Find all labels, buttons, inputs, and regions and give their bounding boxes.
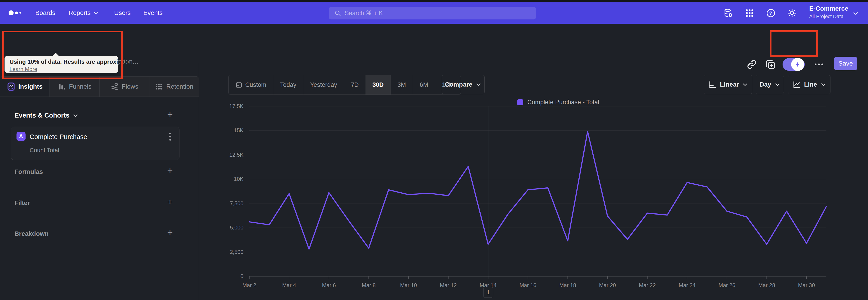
app-window: BoardsReportsUsersEvents Search ⌘ + K ? … <box>0 0 868 300</box>
events-cohorts-header[interactable]: Events & Cohorts <box>14 112 79 119</box>
chevron-down-icon <box>852 10 859 16</box>
svg-text:7,500: 7,500 <box>230 200 243 206</box>
svg-text:Mar 8: Mar 8 <box>362 282 376 288</box>
report-header: Untitled Sampled + Add description... Sa… <box>0 24 868 63</box>
tooltip-text: Using 10% of data. Results are approxima… <box>9 58 133 65</box>
event-card[interactable]: A Complete Purchase Count Total <box>11 127 180 160</box>
svg-text:Mar 18: Mar 18 <box>559 282 576 288</box>
svg-text:Mar 12: Mar 12 <box>440 282 457 288</box>
nav-item-boards[interactable]: Boards <box>35 2 55 24</box>
tab-funnels[interactable]: Funnels <box>50 77 99 96</box>
range-custom[interactable]: Custom <box>228 75 273 94</box>
compare-button[interactable]: Compare <box>442 75 485 94</box>
top-nav: BoardsReportsUsersEvents Search ⌘ + K ? … <box>0 2 868 24</box>
svg-text:Mar 10: Mar 10 <box>400 282 417 288</box>
line-dropdown[interactable]: Line <box>788 75 831 94</box>
svg-text:Mar 2: Mar 2 <box>242 282 256 288</box>
mixpanel-logo-icon[interactable] <box>8 2 21 24</box>
search-input[interactable]: Search ⌘ + K <box>329 7 536 20</box>
add-formulas-button[interactable]: + <box>165 166 175 176</box>
range-3m[interactable]: 3M <box>391 75 413 94</box>
event-name: Complete Purchase <box>30 133 87 141</box>
svg-text:Mar 6: Mar 6 <box>322 282 336 288</box>
project-name: E-Commerce <box>809 5 848 12</box>
svg-text:15K: 15K <box>234 127 243 133</box>
add-event-button[interactable]: + <box>165 110 175 119</box>
svg-text:Mar 20: Mar 20 <box>599 282 616 288</box>
section-label: Formulas <box>14 168 43 175</box>
chevron-down-icon <box>72 113 79 118</box>
svg-text:12.5K: 12.5K <box>229 152 243 158</box>
day-dropdown[interactable]: Day <box>756 75 784 94</box>
linear-dropdown[interactable]: Linear <box>704 75 752 94</box>
project-switcher[interactable]: E-Commerce All Project Data <box>809 5 848 20</box>
svg-text:Mar 28: Mar 28 <box>758 282 775 288</box>
svg-text:Mar 4: Mar 4 <box>282 282 296 288</box>
sampling-tooltip: Using 10% of data. Results are approxima… <box>4 56 118 73</box>
report-tabs: InsightsFunnelsFlowsRetention <box>0 77 199 97</box>
svg-text:Mar 26: Mar 26 <box>718 282 735 288</box>
range-30d[interactable]: 30D <box>366 75 391 94</box>
svg-text:10K: 10K <box>234 176 243 182</box>
nav-item-users[interactable]: Users <box>114 2 131 24</box>
section-label: Breakdown <box>14 230 49 237</box>
tab-flows[interactable]: Flows <box>100 77 149 96</box>
range-6m[interactable]: 6M <box>413 75 435 94</box>
svg-text:0: 0 <box>241 273 243 279</box>
tab-retention[interactable]: Retention <box>149 77 199 96</box>
event-menu-kebab-icon[interactable] <box>169 133 171 141</box>
svg-text:Mar 24: Mar 24 <box>679 282 695 288</box>
svg-text:Mar 22: Mar 22 <box>639 282 656 288</box>
range-7d[interactable]: 7D <box>344 75 366 94</box>
svg-text:?: ? <box>769 10 772 16</box>
data-management-icon[interactable] <box>723 8 733 18</box>
event-metric[interactable]: Count Total <box>30 147 59 154</box>
svg-text:Mar 30: Mar 30 <box>798 282 815 288</box>
add-breakdown-button[interactable]: + <box>165 228 175 238</box>
svg-text:Mar 16: Mar 16 <box>520 282 536 288</box>
search-placeholder: Search ⌘ + K <box>345 9 383 17</box>
range-yesterday[interactable]: Yesterday <box>303 75 344 94</box>
add-filter-button[interactable]: + <box>165 197 175 207</box>
section-label: Filter <box>14 200 30 207</box>
apps-grid-icon[interactable] <box>745 8 754 18</box>
nav-item-reports[interactable]: Reports <box>68 2 99 24</box>
help-icon[interactable]: ? <box>766 8 776 18</box>
svg-text:5,000: 5,000 <box>230 224 243 231</box>
search-icon <box>334 10 341 17</box>
pagination-page-1[interactable]: 1 <box>483 287 493 298</box>
query-builder-panel: InsightsFunnelsFlowsRetention Events & C… <box>0 63 199 300</box>
svg-text:2,500: 2,500 <box>230 249 243 255</box>
svg-text:17.5K: 17.5K <box>229 104 243 109</box>
date-range-control: CustomTodayYesterday7D30D3M6M12M <box>228 75 461 95</box>
tab-insights[interactable]: Insights <box>0 77 50 96</box>
chevron-down-icon <box>475 82 482 88</box>
learn-more-link[interactable]: Learn More <box>9 66 37 72</box>
range-today[interactable]: Today <box>273 75 303 94</box>
settings-gear-icon[interactable] <box>787 8 797 18</box>
chart-area: CustomTodayYesterday7D30D3M6M12M Compare… <box>199 63 868 300</box>
window-edge <box>0 0 868 2</box>
nav-item-events[interactable]: Events <box>143 2 163 24</box>
line-chart[interactable]: 02,5005,0007,50010K12.5K15K17.5KMar 2Mar… <box>199 104 868 300</box>
event-letter-badge: A <box>17 132 26 141</box>
project-scope: All Project Data <box>809 13 848 20</box>
